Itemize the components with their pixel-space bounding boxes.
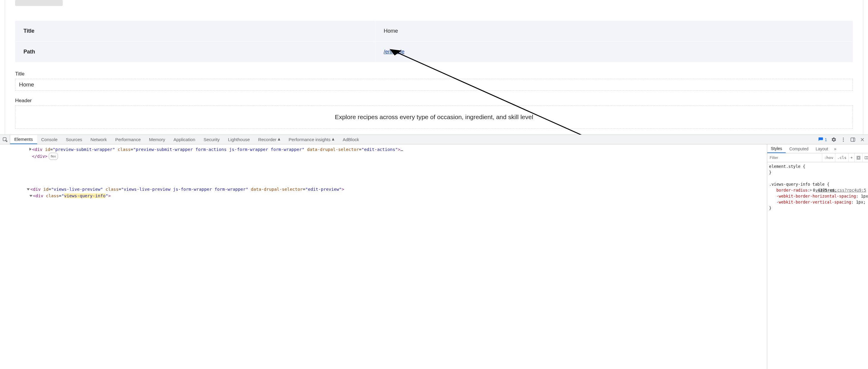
table-row: Path /en/node	[15, 41, 853, 62]
styles-panel: Styles Computed Layout » :hov .cls +	[767, 144, 868, 369]
tab-elements[interactable]: Elements	[10, 135, 37, 144]
close-icon[interactable]	[860, 137, 865, 142]
styles-more-icon[interactable]	[862, 153, 868, 162]
tab-memory[interactable]: Memory	[145, 135, 169, 144]
new-rule-button[interactable]: +	[848, 153, 855, 162]
header-field-label: Header	[15, 98, 853, 104]
tab-layout[interactable]: Layout	[812, 144, 832, 153]
svg-rect-12	[865, 156, 868, 159]
tab-performance[interactable]: Performance	[111, 135, 145, 144]
styles-filter-row: :hov .cls +	[767, 153, 868, 162]
devtools-tabs: Elements Console Sources Network Perform…	[0, 135, 868, 144]
tab-application[interactable]: Application	[169, 135, 199, 144]
placeholder-block	[15, 0, 63, 6]
svg-point-4	[843, 139, 844, 140]
tab-console[interactable]: Console	[37, 135, 62, 144]
svg-point-3	[843, 137, 844, 139]
tab-network[interactable]: Network	[87, 135, 111, 144]
issues-badge[interactable]: 1	[818, 137, 827, 142]
title-field-value: Home	[15, 79, 853, 91]
inspect-element-button[interactable]	[0, 135, 10, 144]
path-value-cell: /en/node	[375, 41, 853, 62]
tab-performance-insights[interactable]: Performance insights	[284, 135, 338, 144]
tab-computed[interactable]: Computed	[786, 144, 812, 153]
issues-count: 1	[825, 137, 827, 142]
tab-security[interactable]: Security	[199, 135, 224, 144]
header-field-value: Explore recipes across every type of occ…	[15, 105, 853, 129]
tab-styles[interactable]: Styles	[767, 144, 786, 153]
elements-tree[interactable]: <div id="preview-submit-wrapper" class="…	[0, 144, 767, 369]
cls-toggle[interactable]: .cls	[835, 153, 848, 162]
tab-recorder[interactable]: Recorder	[254, 135, 285, 144]
svg-rect-11	[858, 157, 860, 159]
table-row: Title Home	[15, 21, 853, 41]
styles-computed-toggle-icon[interactable]	[854, 153, 862, 162]
path-link[interactable]: /en/node	[384, 49, 404, 55]
styles-more-tabs[interactable]: »	[832, 144, 839, 153]
tab-sources[interactable]: Sources	[62, 135, 87, 144]
styles-rules[interactable]: element.style { } .views-query-info tabl…	[767, 162, 868, 369]
views-query-info-table: Title Home Path /en/node	[15, 21, 853, 62]
dock-side-icon[interactable]	[850, 137, 856, 142]
gear-icon[interactable]	[831, 137, 837, 142]
styles-tabs: Styles Computed Layout »	[767, 144, 868, 153]
title-value: Home	[375, 21, 853, 41]
styles-filter-input[interactable]	[767, 153, 822, 162]
svg-rect-10	[857, 156, 860, 159]
kebab-menu-icon[interactable]	[841, 137, 846, 142]
tab-adblock[interactable]: AdBlock	[338, 135, 363, 144]
path-header: Path	[15, 41, 375, 62]
title-header: Title	[15, 21, 375, 41]
hov-toggle[interactable]: :hov	[822, 153, 835, 162]
devtools-panel: Elements Console Sources Network Perform…	[0, 134, 868, 369]
svg-rect-6	[851, 138, 855, 142]
svg-point-5	[843, 141, 844, 142]
preview-area: Title Home Path /en/node Title Home Head…	[5, 0, 863, 134]
tab-lighthouse[interactable]: Lighthouse	[224, 135, 254, 144]
title-field-label: Title	[15, 71, 853, 77]
